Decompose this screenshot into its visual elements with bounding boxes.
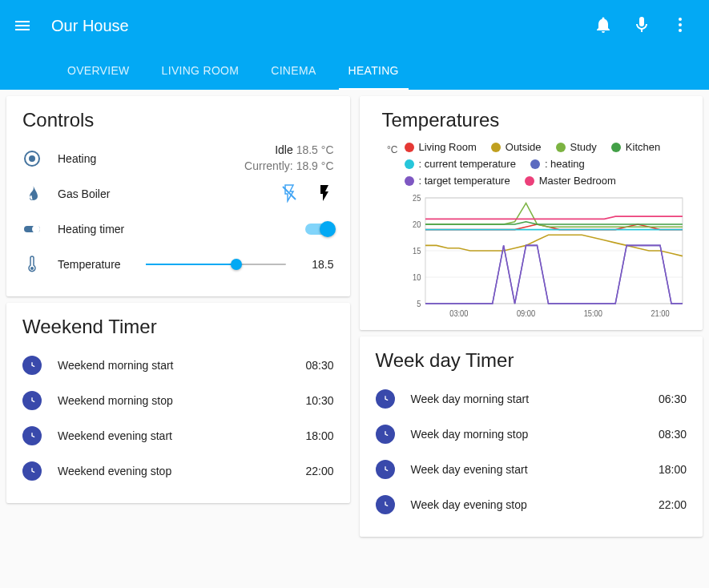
svg-text:21:00: 21:00 (651, 309, 669, 318)
legend-item[interactable]: Study (556, 141, 597, 153)
weekend-timer-row[interactable]: Weekend morning stop10:30 (22, 383, 334, 418)
clock-icon (376, 460, 395, 479)
mic-icon[interactable] (632, 15, 651, 37)
temperature-slider[interactable] (146, 264, 286, 265)
weekday-timer-label: Week day morning start (411, 393, 643, 405)
clock-icon (376, 389, 395, 409)
weekday-timer-label: Week day evening stop (411, 498, 643, 511)
legend-item[interactable]: : heating (530, 158, 585, 170)
weekend-timer-row[interactable]: Weekend evening start18:00 (22, 418, 334, 453)
weekend-timer-value: 10:30 (305, 394, 333, 407)
app-title: Our House (51, 17, 594, 35)
weekday-timer-value: 18:00 (659, 463, 687, 476)
legend-label: Study (570, 141, 597, 153)
legend-item[interactable]: : target temperature (405, 175, 510, 187)
weekday-timer-value: 08:30 (659, 428, 687, 441)
weekend-timer-label: Weekend evening stop (58, 465, 289, 477)
temperature-label: Temperature (58, 258, 130, 271)
heating-row[interactable]: Heating Idle 18.5 °C Currently: 18.9 °C (22, 141, 334, 176)
weekend-timer-row[interactable]: Weekend evening stop22:00 (22, 453, 334, 489)
legend-swatch (405, 143, 414, 152)
svg-point-0 (679, 18, 682, 21)
svg-point-1 (679, 23, 682, 26)
temperatures-chart: 51015202503:0009:0015:0021:00 (405, 193, 687, 321)
weekend-timer-label: Weekend evening start (58, 429, 289, 442)
heating-timer-label: Heating timer (58, 223, 289, 236)
controls-card: Controls Heating Idle 18.5 °C Currently:… (6, 96, 350, 296)
svg-text:15:00: 15:00 (583, 309, 602, 318)
more-icon[interactable] (671, 15, 690, 37)
legend-swatch (530, 159, 540, 169)
clock-icon (376, 495, 395, 514)
legend-swatch (556, 143, 566, 152)
heating-status: Idle 18.5 °C Currently: 18.9 °C (244, 143, 333, 174)
bell-icon[interactable] (594, 15, 613, 37)
boiler-row[interactable]: Gas Boiler (22, 176, 334, 211)
flash-icon[interactable] (315, 183, 334, 205)
tab-heating[interactable]: HEATING (339, 64, 409, 90)
legend-item[interactable]: Master Bedroom (525, 175, 616, 187)
svg-text:15: 15 (413, 247, 421, 256)
flame-icon (22, 184, 42, 203)
weekday-timer-label: Week day morning stop (411, 428, 643, 441)
thermostat-icon (22, 149, 42, 168)
heating-timer-row: Heating timer (22, 211, 334, 247)
legend-item[interactable]: Kitchen (611, 141, 660, 153)
legend-label: : current temperature (419, 158, 516, 170)
legend-item[interactable]: : current temperature (405, 158, 516, 170)
svg-text:09:00: 09:00 (516, 309, 534, 318)
legend-label: Living Room (419, 141, 477, 153)
boiler-label: Gas Boiler (58, 187, 264, 200)
legend-swatch (491, 143, 501, 152)
tab-living-room[interactable]: LIVING ROOM (152, 64, 249, 90)
temperature-value: 18.5 (302, 258, 334, 271)
legend-label: Kitchen (626, 141, 660, 153)
clock-icon (22, 356, 42, 375)
svg-point-8 (30, 267, 34, 270)
temperatures-card: Temperatures °C Living RoomOutsideStudyK… (360, 96, 703, 330)
toggle-icon (22, 219, 42, 239)
svg-text:5: 5 (417, 300, 421, 308)
legend-label: : target temperature (419, 175, 510, 187)
weekday-timer-card: Week day Timer Week day morning start06:… (360, 336, 703, 537)
legend-item[interactable]: Living Room (405, 141, 477, 153)
menu-icon[interactable] (13, 16, 32, 35)
weekday-timer-row[interactable]: Week day evening start18:00 (376, 452, 687, 487)
weekend-timer-value: 08:30 (305, 359, 333, 372)
temperatures-title: Temperatures (382, 109, 687, 131)
tab-overview[interactable]: OVERVIEW (58, 64, 139, 90)
legend-label: Master Bedroom (539, 175, 616, 187)
weekday-timer-row[interactable]: Week day evening stop22:00 (376, 487, 687, 522)
weekday-timer-row[interactable]: Week day morning stop08:30 (376, 417, 687, 452)
legend-swatch (525, 176, 534, 186)
weekday-timer-value: 06:30 (659, 393, 687, 405)
legend-swatch (405, 176, 414, 186)
weekend-timer-label: Weekend morning stop (58, 394, 289, 407)
temperature-row: Temperature 18.5 (22, 247, 334, 282)
weekday-timer-row[interactable]: Week day morning start06:30 (376, 381, 687, 417)
weekend-timer-value: 18:00 (305, 429, 333, 442)
weekend-timer-row[interactable]: Weekend morning start08:30 (22, 348, 334, 383)
svg-point-4 (29, 155, 35, 162)
svg-point-7 (32, 225, 40, 233)
svg-text:20: 20 (413, 220, 421, 229)
tab-bar: OVERVIEWLIVING ROOMCINEMAHEATING (0, 51, 709, 90)
svg-point-2 (679, 29, 682, 32)
tab-cinema[interactable]: CINEMA (261, 64, 325, 90)
legend-swatch (611, 143, 621, 152)
chart-legend: Living RoomOutsideStudyKitchen: current … (405, 141, 687, 187)
weekend-timer-card: Weekend Timer Weekend morning start08:30… (6, 303, 350, 503)
thermometer-icon (22, 255, 42, 274)
controls-title: Controls (22, 109, 334, 131)
flash-off-icon[interactable] (280, 183, 299, 205)
heating-timer-toggle[interactable] (305, 224, 334, 235)
weekday-timer-label: Week day evening start (411, 463, 643, 476)
weekend-timer-label: Weekend morning start (58, 359, 289, 372)
heating-label: Heating (58, 152, 228, 165)
chart-y-unit: °C (382, 141, 398, 324)
legend-item[interactable]: Outside (491, 141, 542, 153)
clock-icon (22, 426, 42, 445)
weekend-timer-value: 22:00 (305, 465, 333, 477)
svg-text:10: 10 (413, 273, 421, 282)
legend-label: : heating (545, 158, 585, 170)
